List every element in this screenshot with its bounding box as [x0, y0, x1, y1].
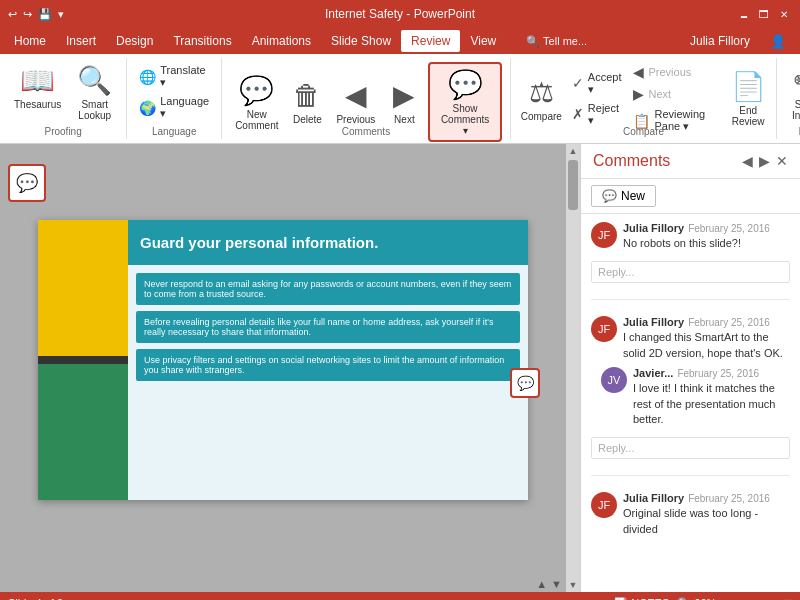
- undo-icon[interactable]: ↩: [8, 8, 17, 21]
- compare-group-label: Compare: [623, 126, 664, 137]
- comment-text-3: Original slide was too long - divided: [623, 506, 790, 537]
- show-comments-button[interactable]: 💬 ShowComments ▾: [428, 62, 501, 142]
- comments-next-icon[interactable]: ▶: [759, 153, 770, 169]
- previous-comment-button[interactable]: ◀ Previous: [331, 77, 380, 127]
- title-bar-right: 🗕 🗖 ✕: [736, 7, 792, 21]
- comment-item-2: JF Julia Fillory February 25, 2016 I cha…: [591, 316, 790, 361]
- comment-thread-1: JF Julia Fillory February 25, 2016 No ro…: [591, 222, 790, 283]
- comment-bubble-left[interactable]: 💬: [8, 164, 46, 202]
- scroll-thumb[interactable]: [568, 160, 578, 210]
- tell-me-field[interactable]: 🔍 Tell me...: [516, 31, 597, 52]
- comment-date-2: February 25, 2016: [688, 317, 770, 328]
- prev-slide-button[interactable]: ▲: [536, 578, 547, 590]
- slide-green-block: [38, 364, 128, 500]
- slide-nav-controls: ▲ ▼: [0, 576, 566, 592]
- reject-button[interactable]: ✗ Reject ▾: [568, 100, 626, 129]
- accept-icon: ✓: [572, 75, 584, 91]
- next-comment-button[interactable]: ▶ Next: [384, 77, 424, 127]
- fit-slide-button[interactable]: ⊡: [783, 597, 792, 601]
- comments-prev-icon[interactable]: ◀: [742, 153, 753, 169]
- avatar-2: JF: [591, 316, 617, 342]
- comment-item-1: JF Julia Fillory February 25, 2016 No ro…: [591, 222, 790, 251]
- reply-item-javier: JV Javier... February 25, 2016 I love it…: [591, 367, 790, 427]
- slide-header: Guard your personal information.: [128, 220, 528, 265]
- comment-author-2: Julia Fillory: [623, 316, 684, 328]
- translate-icon: 🌐: [139, 69, 156, 85]
- reply-box-1[interactable]: Reply...: [591, 261, 790, 283]
- zoom-control[interactable]: 🔍 60%: [677, 597, 716, 601]
- comment-bubble-left-icon: 💬: [16, 172, 38, 194]
- accept-button[interactable]: ✓ Accept ▾: [568, 69, 626, 98]
- comment-thread-2: JF Julia Fillory February 25, 2016 I cha…: [591, 316, 790, 459]
- end-review-button[interactable]: 📄 EndReview: [728, 68, 768, 129]
- menu-home[interactable]: Home: [4, 30, 56, 52]
- comment-date-3: February 25, 2016: [688, 493, 770, 504]
- start-inking-button[interactable]: ✏ StartInking: [785, 62, 800, 123]
- next-slide-button[interactable]: ▼: [551, 578, 562, 590]
- comments-group-label: Comments: [342, 126, 390, 137]
- reply-author-javier: Javier...: [633, 367, 673, 379]
- menu-transitions[interactable]: Transitions: [163, 30, 241, 52]
- show-comments-icon: 💬: [448, 68, 483, 101]
- translate-button[interactable]: 🌐 Translate ▾: [135, 62, 213, 91]
- separator-2: [591, 475, 790, 476]
- delete-comment-button[interactable]: 🗑 Delete: [287, 77, 327, 127]
- menu-slideshow[interactable]: Slide Show: [321, 30, 401, 52]
- reject-icon: ✗: [572, 106, 584, 122]
- menu-insert[interactable]: Insert: [56, 30, 106, 52]
- close-button[interactable]: ✕: [776, 7, 792, 21]
- scroll-down-arrow[interactable]: ▼: [569, 580, 578, 590]
- comments-list: JF Julia Fillory February 25, 2016 No ro…: [581, 214, 800, 592]
- slide-canvas: Guard your personal information. Never r…: [38, 220, 528, 500]
- customize-icon[interactable]: ▾: [58, 8, 64, 21]
- next-compare-button[interactable]: ▶ Next: [629, 84, 724, 104]
- prev-compare-button[interactable]: ◀ Previous: [629, 62, 724, 82]
- ribbon-group-language: 🌐 Translate ▾ 🌍 Language ▾ Language: [127, 58, 222, 139]
- scroll-up-arrow[interactable]: ▲: [569, 146, 578, 156]
- vertical-scrollbar[interactable]: ▲ ▼: [566, 144, 580, 592]
- new-comment-icon: 💬: [239, 74, 274, 107]
- menu-design[interactable]: Design: [106, 30, 163, 52]
- avatar-javier: JV: [601, 367, 627, 393]
- comment-author-1: Julia Fillory: [623, 222, 684, 234]
- comment-item-3: JF Julia Fillory February 25, 2016 Origi…: [591, 492, 790, 537]
- comment-meta-3: Julia Fillory February 25, 2016: [623, 492, 790, 504]
- thesaurus-icon: 📖: [20, 64, 55, 97]
- slide-scroll: 💬 Guard your personal information. Never…: [0, 144, 566, 576]
- new-comment-panel-button[interactable]: 💬 New: [591, 185, 656, 207]
- end-review-icon: 📄: [731, 70, 766, 103]
- comment-meta-1: Julia Fillory February 25, 2016: [623, 222, 790, 234]
- thesaurus-button[interactable]: 📖 Thesaurus: [8, 62, 67, 112]
- language-button[interactable]: 🌍 Language ▾: [135, 93, 213, 122]
- new-comment-button[interactable]: 💬 NewComment: [230, 72, 283, 133]
- comment-bubble-right[interactable]: 💬: [510, 368, 540, 398]
- avatar-1: JF: [591, 222, 617, 248]
- minimize-button[interactable]: 🗕: [736, 7, 752, 21]
- comments-close-icon[interactable]: ✕: [776, 153, 788, 169]
- user-name: Julia Fillory: [680, 30, 760, 52]
- redo-icon[interactable]: ↪: [23, 8, 32, 21]
- delete-icon: 🗑: [293, 79, 321, 112]
- comment-thread-3: JF Julia Fillory February 25, 2016 Origi…: [591, 492, 790, 537]
- slide-yellow-block: [38, 220, 128, 356]
- menu-bar: Home Insert Design Transitions Animation…: [0, 28, 800, 54]
- compare-button[interactable]: ⚖ Compare: [519, 74, 564, 124]
- notes-button[interactable]: 📝 NOTES: [614, 597, 669, 601]
- menu-animations[interactable]: Animations: [242, 30, 321, 52]
- reply-date-javier: February 25, 2016: [677, 368, 759, 379]
- menu-review[interactable]: Review: [401, 30, 460, 52]
- smart-lookup-button[interactable]: 🔍 SmartLookup: [71, 62, 118, 123]
- maximize-button[interactable]: 🗖: [756, 7, 772, 21]
- language-label: Language: [152, 126, 197, 137]
- menu-view[interactable]: View: [460, 30, 506, 52]
- compare-icon: ⚖: [529, 76, 554, 109]
- comments-panel-title: Comments: [593, 152, 670, 170]
- ribbon: 📖 Thesaurus 🔍 SmartLookup Proofing 🌐 Tra…: [0, 54, 800, 144]
- reply-box-2[interactable]: Reply...: [591, 437, 790, 459]
- share-icon[interactable]: 👤: [760, 30, 796, 53]
- next-icon: ▶: [393, 79, 415, 112]
- comment-date-1: February 25, 2016: [688, 223, 770, 234]
- save-icon[interactable]: 💾: [38, 8, 52, 21]
- comment-body-1: Julia Fillory February 25, 2016 No robot…: [623, 222, 790, 251]
- comment-meta-2: Julia Fillory February 25, 2016: [623, 316, 790, 328]
